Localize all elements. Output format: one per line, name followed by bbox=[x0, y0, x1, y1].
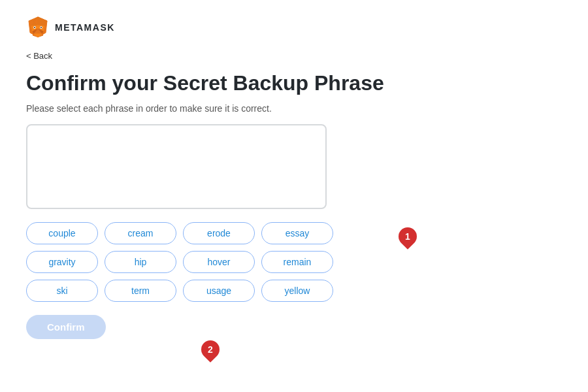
word-chip-yellow[interactable]: yellow bbox=[261, 280, 333, 302]
word-chip-hover[interactable]: hover bbox=[183, 251, 255, 273]
word-chip-couple[interactable]: couple bbox=[26, 222, 98, 244]
back-link[interactable]: < Back bbox=[26, 51, 52, 61]
word-chip-term[interactable]: term bbox=[105, 280, 176, 302]
svg-point-12 bbox=[41, 27, 42, 28]
word-chip-hip[interactable]: hip bbox=[105, 251, 176, 273]
word-chip-remain[interactable]: remain bbox=[261, 251, 333, 273]
word-chip-ski[interactable]: ski bbox=[26, 280, 98, 302]
logo-text: METAMASK bbox=[55, 22, 115, 33]
word-chip-usage[interactable]: usage bbox=[183, 280, 255, 302]
svg-point-11 bbox=[34, 27, 35, 28]
page-description: Please select each phrase in order to ma… bbox=[26, 103, 562, 114]
page-title: Confirm your Secret Backup Phrase bbox=[26, 71, 562, 95]
word-chip-essay[interactable]: essay bbox=[261, 222, 333, 244]
confirm-button[interactable]: Confirm bbox=[26, 315, 106, 339]
word-chip-erode[interactable]: erode bbox=[183, 222, 255, 244]
logo-area: METAMASK bbox=[26, 16, 562, 39]
metamask-logo-icon bbox=[26, 16, 50, 39]
phrase-dropzone[interactable] bbox=[26, 124, 327, 209]
word-chip-gravity[interactable]: gravity bbox=[26, 251, 98, 273]
word-chip-cream[interactable]: cream bbox=[105, 222, 176, 244]
word-grid: couple cream erode essay gravity hip hov… bbox=[26, 222, 562, 302]
